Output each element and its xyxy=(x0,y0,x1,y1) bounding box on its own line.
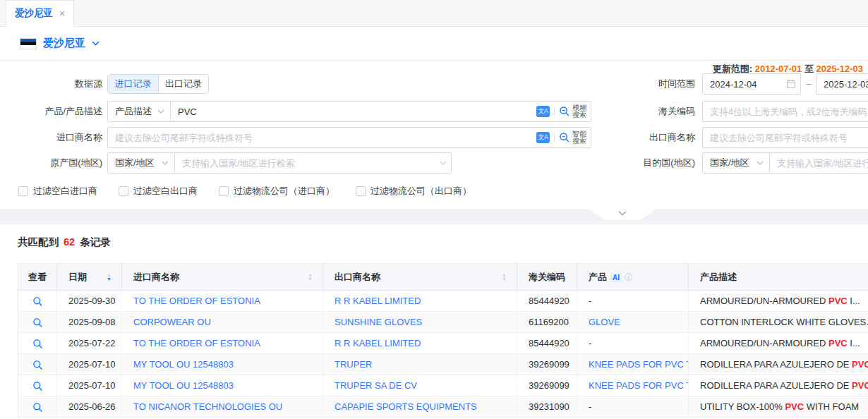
summary-prefix: 共匹配到 xyxy=(18,236,59,248)
view-record-button[interactable] xyxy=(32,339,43,349)
checkbox-icon[interactable] xyxy=(356,186,366,196)
panel-gap xyxy=(0,209,868,224)
checkbox-filter-logistics-exporter[interactable]: 过滤物流公司（出口商） xyxy=(356,185,471,198)
summary-suffix: 条记录 xyxy=(80,236,111,248)
magnifier-icon xyxy=(32,360,43,370)
update-range-to-word: 至 xyxy=(804,63,814,74)
cell-description: RODILLERA PARA AZULEJERO DE PVC xyxy=(689,375,868,396)
checkbox-icon[interactable] xyxy=(219,186,229,196)
checkbox-filter-blank-exporter[interactable]: 过滤空白出口商 xyxy=(119,185,198,198)
hs-code-input[interactable] xyxy=(703,102,868,121)
view-record-button[interactable] xyxy=(32,296,43,307)
table-body: 2025-09-30 TO THE ORDER OF ESTONIA R R K… xyxy=(18,291,868,418)
col-description: 产品描述 xyxy=(689,264,868,291)
table-row: 2025-07-22 TO THE ORDER OF ESTONIA R R K… xyxy=(18,333,868,354)
cell-date: 2025-06-26 xyxy=(57,396,122,418)
estonia-flag-icon xyxy=(20,38,37,49)
magnifier-icon xyxy=(32,381,43,391)
magnifier-icon xyxy=(32,402,43,413)
importer-link[interactable]: CORPOWEAR OU xyxy=(133,317,211,327)
cell-product[interactable]: GLOVE xyxy=(589,317,620,327)
exporter-link[interactable]: R R KABEL LIMITED xyxy=(334,296,421,306)
cell-hs-code: 39231090 xyxy=(517,396,577,418)
exporter-link[interactable]: TRUPER xyxy=(334,359,372,370)
importer-link[interactable]: TO THE ORDER OF ESTONIA xyxy=(133,296,260,306)
cell-hs-code: 85444920 xyxy=(517,291,577,312)
exporter-link[interactable]: TRUPER SA DE CV xyxy=(334,380,417,391)
cell-date: 2025-07-10 xyxy=(57,354,122,375)
results-panel: 共匹配到 62 条记录 查看 日期 ▲▼ 进口商名称 ▲▼ 出口商名称 xyxy=(0,224,868,419)
cell-product[interactable]: KNEE PADS FOR PVC T... xyxy=(589,359,689,370)
checkbox-filter-logistics-importer[interactable]: 过滤物流公司（进口商） xyxy=(219,185,334,198)
chevron-down-icon[interactable] xyxy=(92,41,100,46)
cell-date: 2025-07-10 xyxy=(57,375,122,396)
table-row: 2025-06-26 TO NICANOR TECHNOLOGIES OU CA… xyxy=(18,396,868,418)
cell-hs-code: 39269099 xyxy=(517,375,577,396)
update-range-from: 2012-07-01 xyxy=(755,63,802,74)
destination-search-field xyxy=(769,152,868,174)
col-hs-code: 海关编码 xyxy=(517,264,577,291)
tab-estonia[interactable]: 爱沙尼亚 × xyxy=(6,0,74,27)
destination-country-select[interactable]: 国家/地区 xyxy=(702,152,770,174)
calendar-icon[interactable] xyxy=(786,79,800,89)
exporter-link[interactable]: SUNSHINE GLOVES xyxy=(334,317,422,327)
checkbox-filter-blank-importer[interactable]: 过滤空白进口商 xyxy=(18,185,97,198)
checkbox-label: 过滤物流公司（进口商） xyxy=(234,185,334,198)
importer-link[interactable]: MY TOOL OU 12548803 xyxy=(133,380,234,391)
sort-date-icon[interactable]: ▲▼ xyxy=(107,273,111,281)
filter-checkboxes: 过滤空白进口商 过滤空白出口商 过滤物流公司（进口商） 过滤物流公司（出口商） xyxy=(18,185,471,198)
view-record-button[interactable] xyxy=(32,317,43,328)
checkbox-icon[interactable] xyxy=(18,186,28,196)
col-importer[interactable]: 进口商名称 ▲▼ xyxy=(122,264,323,291)
cell-date: 2025-09-30 xyxy=(57,291,122,312)
destination-search-input[interactable] xyxy=(770,153,868,173)
col-date[interactable]: 日期 ▲▼ xyxy=(57,264,122,291)
exporter-link[interactable]: CAPAPIE SPORTS EQUIPMENTS xyxy=(334,401,477,412)
destination-label: 目的国(地区) xyxy=(0,152,695,174)
update-range-label: 更新范围: xyxy=(713,63,752,74)
table-row: 2025-07-10 MY TOOL OU 12548803 TRUPER SA… xyxy=(18,375,868,396)
date-from-input[interactable] xyxy=(703,74,786,94)
checkbox-label: 过滤空白出口商 xyxy=(133,185,198,198)
col-view: 查看 xyxy=(18,264,57,291)
ai-badge: AI xyxy=(610,273,622,282)
destination-select-value: 国家/地区 xyxy=(710,157,749,169)
magnifier-icon xyxy=(32,339,43,349)
match-count: 62 xyxy=(61,236,77,248)
exporter-link[interactable]: R R KABEL LIMITED xyxy=(334,338,421,348)
cell-description: COTTON INTERLOCK WHITE GLOVES... xyxy=(689,312,868,333)
importer-link[interactable]: TO NICANOR TECHNOLOGIES OU xyxy=(133,401,282,412)
info-circle-icon[interactable]: ⓘ xyxy=(625,272,633,282)
tab-title: 爱沙尼亚 xyxy=(15,7,53,20)
chevron-down-icon xyxy=(618,211,627,216)
table-row: 2025-09-08 CORPOWEAR OU SUNSHINE GLOVES … xyxy=(18,312,868,333)
date-from-field xyxy=(702,73,801,95)
view-record-button[interactable] xyxy=(32,381,43,391)
table-row: 2025-07-10 MY TOOL OU 12548803 TRUPER 39… xyxy=(18,354,868,375)
cell-hs-code: 39269099 xyxy=(517,354,577,375)
cell-product: - xyxy=(589,401,591,412)
country-name[interactable]: 爱沙尼亚 xyxy=(43,37,85,50)
cell-hs-code: 85444920 xyxy=(517,333,577,354)
importer-link[interactable]: MY TOOL OU 12548803 xyxy=(133,359,234,370)
close-icon[interactable]: × xyxy=(59,8,65,19)
magnifier-icon xyxy=(32,317,43,328)
exporter-input[interactable] xyxy=(703,128,868,147)
sort-exporter-icon[interactable]: ▲▼ xyxy=(502,273,507,281)
cell-date: 2025-07-22 xyxy=(57,333,122,354)
date-to-input[interactable] xyxy=(816,74,868,94)
cell-description: ARMOURED/UN-ARMOURED PVC I... xyxy=(689,291,868,312)
sort-importer-icon[interactable]: ▲▼ xyxy=(308,273,313,281)
cell-description: ARMOURED/UN-ARMOURED PVC I... xyxy=(689,333,868,354)
col-exporter[interactable]: 出口商名称 ▲▼ xyxy=(323,264,517,291)
importer-link[interactable]: TO THE ORDER OF ESTONIA xyxy=(133,338,260,348)
cell-description: UTILITY BOX-100% PVC WITH FOAM xyxy=(689,396,868,418)
view-record-button[interactable] xyxy=(32,360,43,370)
tab-bar: 爱沙尼亚 × xyxy=(0,0,868,27)
view-record-button[interactable] xyxy=(32,402,43,413)
exporter-field xyxy=(702,127,868,148)
checkbox-icon[interactable] xyxy=(119,186,128,196)
cell-product[interactable]: KNEE PADS FOR PVC T... xyxy=(589,380,689,391)
cell-product: - xyxy=(589,296,591,306)
time-range-label: 时间范围 xyxy=(0,73,695,95)
